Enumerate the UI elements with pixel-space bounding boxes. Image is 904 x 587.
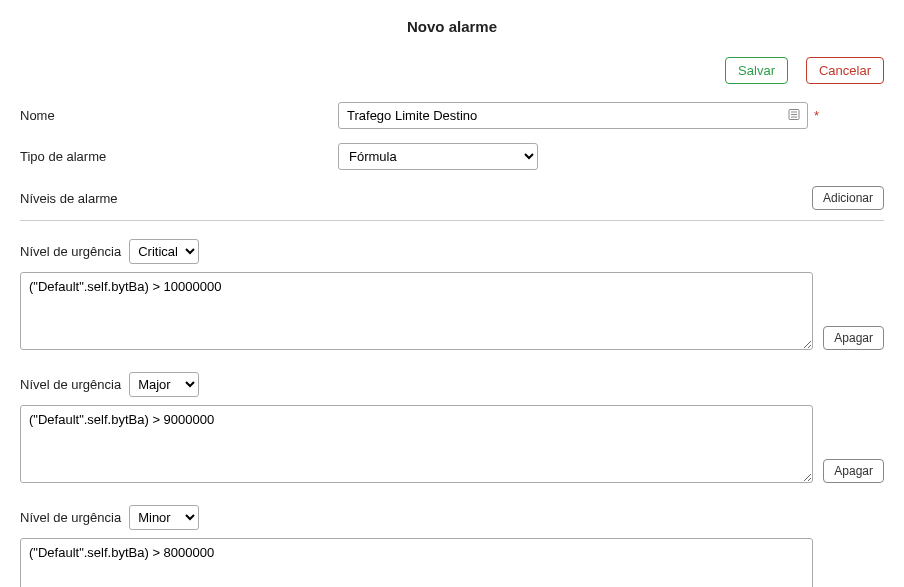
delete-level-button[interactable]: Apagar — [823, 326, 884, 350]
alarm-level-block: Nível de urgência Minor Apagar — [20, 505, 884, 587]
urgency-label: Nível de urgência — [20, 510, 121, 525]
name-input[interactable] — [338, 102, 808, 129]
required-marker: * — [814, 108, 819, 123]
formula-textarea[interactable] — [20, 405, 813, 483]
delete-level-button[interactable]: Apagar — [823, 459, 884, 483]
cancel-button[interactable]: Cancelar — [806, 57, 884, 84]
alarm-type-select[interactable]: Fórmula — [338, 143, 538, 170]
add-level-button[interactable]: Adicionar — [812, 186, 884, 210]
urgency-select[interactable]: Minor — [129, 505, 199, 530]
alarm-level-block: Nível de urgência Critical Apagar — [20, 239, 884, 350]
page-title: Novo alarme — [20, 18, 884, 35]
top-action-bar: Salvar Cancelar — [20, 57, 884, 84]
name-label: Nome — [20, 108, 338, 123]
urgency-label: Nível de urgência — [20, 377, 121, 392]
levels-section-label: Níveis de alarme — [20, 191, 118, 206]
urgency-select[interactable]: Major — [129, 372, 199, 397]
formula-textarea[interactable] — [20, 272, 813, 350]
urgency-select[interactable]: Critical — [129, 239, 199, 264]
type-label: Tipo de alarme — [20, 149, 338, 164]
urgency-label: Nível de urgência — [20, 244, 121, 259]
save-button[interactable]: Salvar — [725, 57, 788, 84]
section-divider — [20, 220, 884, 221]
alarm-level-block: Nível de urgência Major Apagar — [20, 372, 884, 483]
formula-textarea[interactable] — [20, 538, 813, 587]
